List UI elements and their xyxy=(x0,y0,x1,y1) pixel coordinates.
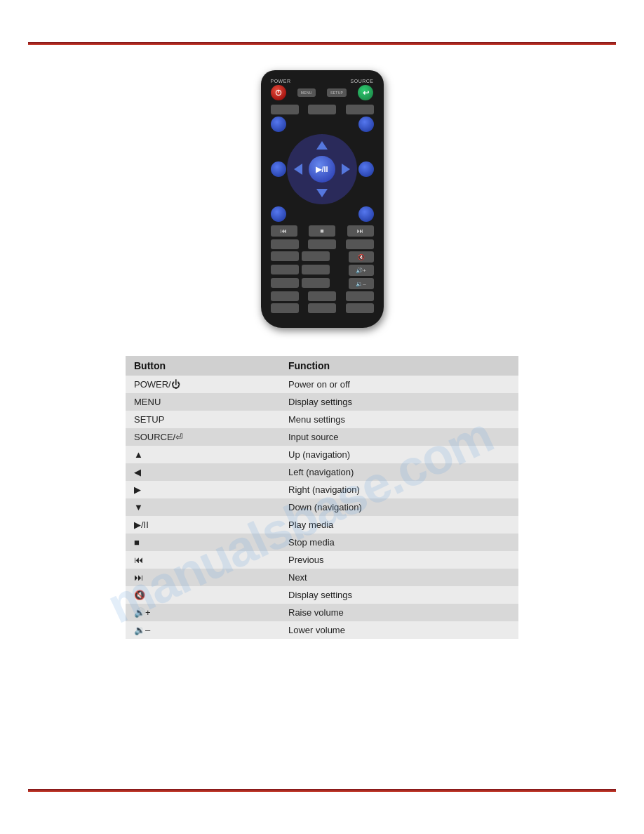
nav-right-button[interactable] xyxy=(342,164,350,175)
function-cell: Raise volume xyxy=(280,604,518,621)
button-cell: ⏭ xyxy=(126,569,280,586)
play-pause-icon: ▶/II xyxy=(316,165,328,174)
table-row: ■Stop media xyxy=(126,534,518,551)
btn-r1-2[interactable] xyxy=(308,105,336,114)
function-cell: Lower volume xyxy=(280,621,518,639)
function-cell: Left (navigation) xyxy=(280,463,518,481)
table-row: SOURCE/⏎Input source xyxy=(126,428,518,446)
btn-r6-3[interactable] xyxy=(346,291,374,301)
btn-r3-2[interactable] xyxy=(302,251,330,261)
btn-r4-2[interactable] xyxy=(302,265,330,274)
setup-button[interactable]: SETUP xyxy=(327,88,347,97)
btn-r1-3[interactable] xyxy=(346,105,374,114)
function-cell: Up (navigation) xyxy=(280,446,518,463)
function-cell: Previous xyxy=(280,551,518,569)
btn-r5-1[interactable] xyxy=(271,278,299,288)
nav-left-button[interactable] xyxy=(294,164,302,175)
function-cell: Power on or off xyxy=(280,376,518,393)
table-row: ▼Down (navigation) xyxy=(126,498,518,516)
power-button[interactable] xyxy=(271,85,286,100)
power-label: POWER xyxy=(271,79,291,84)
table-body: POWER/⏻Power on or offMENUDisplay settin… xyxy=(126,376,518,639)
btn-r5-2[interactable] xyxy=(302,278,330,288)
media-control-row: ⏮ ■ ⏭ xyxy=(271,225,374,237)
button-cell: POWER/⏻ xyxy=(126,376,280,393)
button-cell: ▶ xyxy=(126,481,280,498)
table-row: 🔊+Raise volume xyxy=(126,604,518,621)
button-cell: 🔉– xyxy=(126,621,280,639)
btn-r2-2[interactable] xyxy=(308,239,336,249)
btn-r6-1[interactable] xyxy=(271,291,299,301)
button-cell: ▼ xyxy=(126,498,280,516)
btn-blue-tr[interactable] xyxy=(358,117,374,132)
btn-r4-1[interactable] xyxy=(271,265,299,274)
function-cell: Display settings xyxy=(280,393,518,411)
btn-r7-2[interactable] xyxy=(308,303,336,313)
button-cell: 🔊+ xyxy=(126,604,280,621)
nav-center-button[interactable]: ▶/II xyxy=(309,156,335,183)
btn-r7-1[interactable] xyxy=(271,303,299,313)
nav-down-button[interactable] xyxy=(316,189,328,197)
btn-r2-3[interactable] xyxy=(346,239,374,249)
button-cell: 🔇 xyxy=(126,586,280,604)
table-header: Button Function xyxy=(126,356,518,376)
source-button[interactable]: ↩ xyxy=(358,85,373,100)
btn-blue-mr[interactable] xyxy=(358,161,374,177)
btn-r1-1[interactable] xyxy=(271,105,299,114)
next-button[interactable]: ⏭ xyxy=(347,225,374,237)
table-row: ⏮Previous xyxy=(126,551,518,569)
nav-circle: ▶/II xyxy=(287,134,357,204)
btn-blue-tl[interactable] xyxy=(271,117,286,132)
button-cell: MENU xyxy=(126,393,280,411)
table-row: ◀Left (navigation) xyxy=(126,463,518,481)
btn-r7-3[interactable] xyxy=(346,303,374,313)
function-cell: Down (navigation) xyxy=(280,498,518,516)
vol-down-button[interactable]: 🔉– xyxy=(349,278,374,289)
btn-blue-ml[interactable] xyxy=(271,161,286,177)
function-col-header: Function xyxy=(280,356,518,376)
menu-button[interactable]: MENU xyxy=(297,88,316,97)
button-row-7 xyxy=(271,303,374,313)
function-cell: Stop media xyxy=(280,534,518,551)
vol-up-button[interactable]: 🔊+ xyxy=(349,265,374,276)
button-row-2 xyxy=(271,239,374,249)
function-cell: Display settings xyxy=(280,586,518,604)
table-row: ⏭Next xyxy=(126,569,518,586)
btn-blue-bl[interactable] xyxy=(271,206,286,222)
button-cell: ◀ xyxy=(126,463,280,481)
button-row-1 xyxy=(271,105,374,114)
function-cell: Input source xyxy=(280,428,518,446)
table-row: POWER/⏻Power on or off xyxy=(126,376,518,393)
btn-blue-br[interactable] xyxy=(358,206,374,222)
button-cell: ▲ xyxy=(126,446,280,463)
btn-r3-1[interactable] xyxy=(271,251,299,261)
button-function-table: Button Function POWER/⏻Power on or offME… xyxy=(126,356,518,639)
stop-button[interactable]: ■ xyxy=(309,225,335,237)
remote-control-container: POWER SOURCE MENU SETUP ↩ xyxy=(261,70,384,328)
btn-r2-1[interactable] xyxy=(271,239,299,249)
button-row-6 xyxy=(271,291,374,301)
top-border xyxy=(28,42,616,45)
table-row: ▶Right (navigation) xyxy=(126,481,518,498)
button-col-header: Button xyxy=(126,356,280,376)
button-cell: ▶/II xyxy=(126,516,280,534)
bottom-border xyxy=(28,789,616,792)
prev-button[interactable]: ⏮ xyxy=(271,225,297,237)
top-button-row: MENU SETUP ↩ xyxy=(271,85,374,100)
nav-up-button[interactable] xyxy=(316,141,328,150)
remote-control: POWER SOURCE MENU SETUP ↩ xyxy=(261,70,384,328)
table-row: 🔇Display settings xyxy=(126,586,518,604)
remote-label-row: POWER SOURCE xyxy=(271,79,374,84)
table-row: 🔉–Lower volume xyxy=(126,621,518,639)
table-row: SETUPMenu settings xyxy=(126,411,518,428)
function-cell: Right (navigation) xyxy=(280,481,518,498)
table-row: ▶/IIPlay media xyxy=(126,516,518,534)
mute-button[interactable]: 🔇 xyxy=(349,251,374,263)
table-row: MENUDisplay settings xyxy=(126,393,518,411)
function-cell: Next xyxy=(280,569,518,586)
function-cell: Play media xyxy=(280,516,518,534)
btn-r6-2[interactable] xyxy=(308,291,336,301)
function-cell: Menu settings xyxy=(280,411,518,428)
button-cell: ⏮ xyxy=(126,551,280,569)
table-row: ▲Up (navigation) xyxy=(126,446,518,463)
